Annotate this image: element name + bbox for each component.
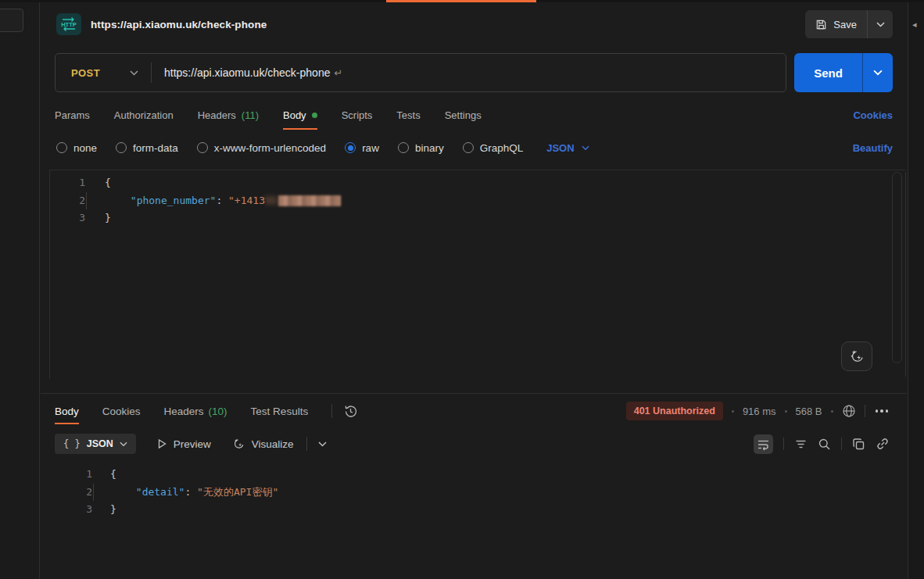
response-history-button[interactable] bbox=[343, 404, 358, 419]
request-tabs: Params Authorization Headers(11) Body Sc… bbox=[55, 100, 893, 130]
beautify-link[interactable]: Beautify bbox=[853, 142, 893, 154]
search-button[interactable] bbox=[818, 438, 831, 451]
postbot-sparkle-icon bbox=[848, 348, 865, 365]
response-tab-headers[interactable]: Headers(10) bbox=[164, 394, 227, 428]
radio-label: raw bbox=[362, 142, 379, 154]
radio-icon bbox=[398, 142, 409, 153]
active-tab-indicator bbox=[386, 0, 536, 2]
tab-headers[interactable]: Headers(11) bbox=[198, 100, 259, 130]
chevron-down-icon bbox=[582, 145, 589, 151]
radio-raw[interactable]: raw bbox=[345, 142, 379, 154]
response-format-dropdown[interactable]: { } JSON bbox=[55, 434, 136, 454]
response-more-actions-button[interactable] bbox=[874, 408, 890, 414]
visualize-sparkle-icon bbox=[231, 437, 245, 451]
request-body-editor[interactable]: 1 { 2 "phone_number": "+141355 3 } bbox=[49, 170, 905, 379]
url-input[interactable]: https://api.xiaomu.uk/check-phone↵ bbox=[164, 66, 342, 79]
copy-icon bbox=[852, 438, 865, 451]
response-size[interactable]: 568 B bbox=[796, 406, 822, 417]
tab-params[interactable]: Params bbox=[55, 100, 90, 130]
preview-label: Preview bbox=[174, 438, 211, 450]
radio-x-www-form-urlencoded[interactable]: x-www-form-urlencoded bbox=[197, 142, 326, 154]
response-tab-test-results[interactable]: Test Results bbox=[251, 394, 309, 428]
code-token-separator: : bbox=[184, 486, 197, 498]
line-number: 1 bbox=[50, 174, 85, 192]
wrap-text-button[interactable] bbox=[754, 434, 773, 454]
chevron-down-icon bbox=[120, 441, 127, 447]
postbot-button[interactable] bbox=[841, 341, 872, 371]
url-divider bbox=[151, 63, 152, 83]
cookies-link[interactable]: Cookies bbox=[853, 109, 893, 121]
radio-checked-icon bbox=[345, 142, 356, 153]
link-button[interactable] bbox=[876, 437, 890, 451]
tab-label: Authorization bbox=[114, 109, 174, 121]
tab-scripts[interactable]: Scripts bbox=[342, 100, 373, 130]
line-number: 3 bbox=[50, 209, 85, 227]
method-selector[interactable]: POST bbox=[56, 67, 151, 79]
svg-text:HTTP: HTTP bbox=[61, 21, 77, 28]
line-number: 2 bbox=[49, 484, 92, 502]
play-icon bbox=[156, 438, 167, 449]
code-token: { bbox=[105, 177, 111, 188]
body-modified-dot bbox=[312, 113, 317, 118]
tab-label: Headers bbox=[164, 406, 204, 417]
tab-label: Settings bbox=[445, 109, 482, 121]
request-workspace: HTTP https://api.xiaomu.uk/check-phone S… bbox=[41, 2, 907, 579]
radio-label: form-data bbox=[133, 142, 178, 154]
send-split-button: Send bbox=[794, 53, 893, 92]
url-value: https://api.xiaomu.uk/check-phone bbox=[164, 66, 330, 79]
response-headers-count: (10) bbox=[209, 406, 227, 417]
collapse-arrow-icon[interactable]: ◂ bbox=[912, 20, 917, 29]
radio-label: x-www-form-urlencoded bbox=[214, 142, 326, 154]
radio-label: none bbox=[73, 142, 97, 154]
send-button[interactable]: Send bbox=[794, 53, 862, 92]
radio-none[interactable]: none bbox=[56, 142, 97, 154]
format-label: JSON bbox=[87, 438, 113, 449]
tab-body[interactable]: Body bbox=[283, 100, 317, 130]
radio-form-data[interactable]: form-data bbox=[116, 142, 178, 154]
preview-button[interactable]: Preview bbox=[156, 438, 211, 450]
line-number: 2 bbox=[50, 192, 85, 210]
tab-label: Scripts bbox=[342, 109, 373, 121]
code-token-key: "phone_number" bbox=[131, 195, 217, 206]
app-window: ◂ HTTP https://api.xiaomu.uk/check-phone bbox=[0, 0, 924, 579]
tab-tests[interactable]: Tests bbox=[396, 100, 420, 130]
radio-graphql[interactable]: GraphQL bbox=[463, 142, 524, 154]
tab-authorization[interactable]: Authorization bbox=[114, 100, 174, 130]
visualize-button[interactable]: Visualize bbox=[231, 437, 294, 451]
response-body-editor[interactable]: 1 { 2 "detail": "无效的API密钥" 3 } bbox=[49, 463, 905, 519]
tab-label: Tests bbox=[396, 109, 420, 121]
code-token-separator: : bbox=[216, 195, 228, 206]
method-label: POST bbox=[71, 67, 100, 79]
radio-icon bbox=[116, 142, 127, 153]
status-badge[interactable]: 401 Unauthorized bbox=[626, 402, 723, 420]
divider bbox=[783, 438, 784, 450]
link-icon bbox=[876, 437, 890, 451]
response-view-options-button[interactable] bbox=[318, 441, 327, 447]
filter-icon bbox=[794, 438, 808, 451]
save-options-button[interactable] bbox=[868, 10, 893, 38]
save-button[interactable]: Save bbox=[805, 10, 867, 38]
response-tab-body[interactable]: Body bbox=[55, 394, 79, 428]
request-header: HTTP https://api.xiaomu.uk/check-phone S… bbox=[41, 2, 907, 46]
chevron-down-icon bbox=[130, 70, 138, 76]
response-tab-cookies[interactable]: Cookies bbox=[102, 394, 141, 428]
send-options-button[interactable] bbox=[863, 53, 893, 92]
code-line: 2 "detail": "无效的API密钥" bbox=[49, 484, 905, 502]
line-number: 3 bbox=[49, 501, 92, 519]
network-info-button[interactable] bbox=[842, 404, 856, 418]
code-line: 2 "phone_number": "+141355 bbox=[50, 192, 905, 210]
tab-settings[interactable]: Settings bbox=[445, 100, 482, 130]
editor-scroll-edge bbox=[905, 172, 906, 377]
tab-label: Body bbox=[283, 109, 306, 121]
radio-binary[interactable]: binary bbox=[398, 142, 444, 154]
editor-scrollbar[interactable] bbox=[892, 172, 902, 363]
copy-button[interactable] bbox=[852, 438, 865, 451]
sidebar-partial-item[interactable] bbox=[0, 9, 23, 32]
raw-language-dropdown[interactable]: JSON bbox=[546, 142, 589, 154]
radio-label: binary bbox=[415, 142, 444, 154]
braces-icon: { } bbox=[63, 438, 81, 449]
code-token: } bbox=[105, 212, 111, 223]
response-time[interactable]: 916 ms bbox=[743, 406, 776, 417]
divider bbox=[865, 405, 865, 417]
filter-button[interactable] bbox=[794, 438, 808, 451]
